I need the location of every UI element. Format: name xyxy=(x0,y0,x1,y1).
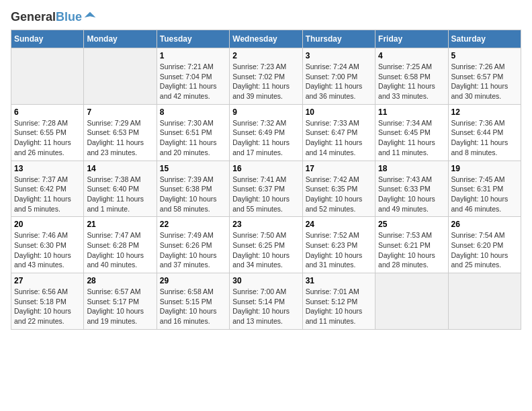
calendar-cell: 3Sunrise: 7:24 AM Sunset: 7:00 PM Daylig… xyxy=(302,48,375,105)
day-number: 22 xyxy=(160,220,226,229)
day-info: Sunrise: 7:34 AM Sunset: 6:45 PM Dayligh… xyxy=(378,118,445,158)
day-number: 15 xyxy=(160,164,226,173)
calendar-cell: 16Sunrise: 7:41 AM Sunset: 6:37 PM Dayli… xyxy=(230,161,302,217)
calendar-cell: 4Sunrise: 7:25 AM Sunset: 6:58 PM Daylig… xyxy=(375,48,448,105)
calendar-week-row: 20Sunrise: 7:46 AM Sunset: 6:30 PM Dayli… xyxy=(11,217,521,273)
day-number: 6 xyxy=(14,107,81,117)
calendar-cell: 26Sunrise: 7:54 AM Sunset: 6:20 PM Dayli… xyxy=(448,217,521,273)
day-info: Sunrise: 7:46 AM Sunset: 6:30 PM Dayligh… xyxy=(14,230,81,270)
logo: GeneralBlue xyxy=(11,11,97,24)
calendar-cell: 8Sunrise: 7:30 AM Sunset: 6:51 PM Daylig… xyxy=(157,104,229,161)
day-number: 7 xyxy=(87,107,153,117)
day-info: Sunrise: 7:43 AM Sunset: 6:33 PM Dayligh… xyxy=(378,175,445,214)
day-info: Sunrise: 7:30 AM Sunset: 6:51 PM Dayligh… xyxy=(160,118,226,158)
column-header-friday: Friday xyxy=(375,30,448,48)
calendar-week-row: 1Sunrise: 7:21 AM Sunset: 7:04 PM Daylig… xyxy=(11,48,521,105)
column-header-saturday: Saturday xyxy=(448,30,521,48)
day-info: Sunrise: 7:39 AM Sunset: 6:38 PM Dayligh… xyxy=(160,175,226,214)
day-number: 26 xyxy=(451,220,518,229)
calendar-cell: 5Sunrise: 7:26 AM Sunset: 6:57 PM Daylig… xyxy=(448,48,521,105)
day-info: Sunrise: 7:50 AM Sunset: 6:25 PM Dayligh… xyxy=(232,230,299,270)
calendar-cell: 31Sunrise: 7:01 AM Sunset: 5:12 PM Dayli… xyxy=(302,273,375,330)
day-number: 13 xyxy=(14,164,81,173)
day-info: Sunrise: 7:25 AM Sunset: 6:58 PM Dayligh… xyxy=(378,62,445,101)
calendar-cell: 29Sunrise: 6:58 AM Sunset: 5:15 PM Dayli… xyxy=(157,273,229,330)
day-number: 16 xyxy=(232,164,299,173)
calendar-cell: 18Sunrise: 7:43 AM Sunset: 6:33 PM Dayli… xyxy=(375,161,448,217)
day-number: 8 xyxy=(160,107,226,117)
day-info: Sunrise: 7:36 AM Sunset: 6:44 PM Dayligh… xyxy=(451,118,518,158)
calendar-cell: 25Sunrise: 7:53 AM Sunset: 6:21 PM Dayli… xyxy=(375,217,448,273)
calendar-cell: 23Sunrise: 7:50 AM Sunset: 6:25 PM Dayli… xyxy=(230,217,302,273)
day-info: Sunrise: 7:33 AM Sunset: 6:47 PM Dayligh… xyxy=(306,118,372,158)
day-info: Sunrise: 7:00 AM Sunset: 5:14 PM Dayligh… xyxy=(232,287,299,326)
calendar-cell: 14Sunrise: 7:38 AM Sunset: 6:40 PM Dayli… xyxy=(84,161,157,217)
day-info: Sunrise: 7:42 AM Sunset: 6:35 PM Dayligh… xyxy=(306,175,372,214)
calendar-cell: 9Sunrise: 7:32 AM Sunset: 6:49 PM Daylig… xyxy=(230,104,302,161)
calendar-week-row: 13Sunrise: 7:37 AM Sunset: 6:42 PM Dayli… xyxy=(11,161,521,217)
day-info: Sunrise: 6:57 AM Sunset: 5:17 PM Dayligh… xyxy=(87,287,153,326)
day-number: 1 xyxy=(160,51,226,60)
calendar-body: 1Sunrise: 7:21 AM Sunset: 7:04 PM Daylig… xyxy=(11,48,521,330)
day-number: 17 xyxy=(306,164,372,173)
day-info: Sunrise: 7:37 AM Sunset: 6:42 PM Dayligh… xyxy=(14,175,81,214)
svg-marker-0 xyxy=(85,12,96,17)
day-info: Sunrise: 7:49 AM Sunset: 6:26 PM Dayligh… xyxy=(160,230,226,270)
calendar-cell: 19Sunrise: 7:45 AM Sunset: 6:31 PM Dayli… xyxy=(448,161,521,217)
day-number: 10 xyxy=(306,107,372,117)
day-number: 23 xyxy=(232,220,299,229)
day-info: Sunrise: 6:58 AM Sunset: 5:15 PM Dayligh… xyxy=(160,287,226,326)
day-info: Sunrise: 7:32 AM Sunset: 6:49 PM Dayligh… xyxy=(232,118,299,158)
day-info: Sunrise: 7:41 AM Sunset: 6:37 PM Dayligh… xyxy=(232,175,299,214)
day-info: Sunrise: 7:54 AM Sunset: 6:20 PM Dayligh… xyxy=(451,230,518,270)
calendar-header-row: SundayMondayTuesdayWednesdayThursdayFrid… xyxy=(11,30,521,48)
calendar-cell: 21Sunrise: 7:47 AM Sunset: 6:28 PM Dayli… xyxy=(84,217,157,273)
calendar-cell xyxy=(375,273,448,330)
calendar-cell: 6Sunrise: 7:28 AM Sunset: 6:55 PM Daylig… xyxy=(11,104,84,161)
day-info: Sunrise: 7:26 AM Sunset: 6:57 PM Dayligh… xyxy=(451,62,518,101)
calendar-cell: 20Sunrise: 7:46 AM Sunset: 6:30 PM Dayli… xyxy=(11,217,84,273)
day-number: 18 xyxy=(378,164,445,173)
day-number: 28 xyxy=(87,276,153,285)
calendar-cell: 15Sunrise: 7:39 AM Sunset: 6:38 PM Dayli… xyxy=(157,161,229,217)
calendar-cell: 2Sunrise: 7:23 AM Sunset: 7:02 PM Daylig… xyxy=(230,48,302,105)
calendar-cell: 17Sunrise: 7:42 AM Sunset: 6:35 PM Dayli… xyxy=(302,161,375,217)
day-number: 29 xyxy=(160,276,226,285)
logo-icon xyxy=(83,11,97,24)
day-number: 4 xyxy=(378,51,445,60)
calendar-cell: 27Sunrise: 6:56 AM Sunset: 5:18 PM Dayli… xyxy=(11,273,84,330)
calendar-cell xyxy=(11,48,84,105)
calendar-cell: 24Sunrise: 7:52 AM Sunset: 6:23 PM Dayli… xyxy=(302,217,375,273)
calendar-cell: 10Sunrise: 7:33 AM Sunset: 6:47 PM Dayli… xyxy=(302,104,375,161)
calendar-cell: 22Sunrise: 7:49 AM Sunset: 6:26 PM Dayli… xyxy=(157,217,229,273)
day-info: Sunrise: 7:23 AM Sunset: 7:02 PM Dayligh… xyxy=(232,62,299,101)
day-number: 21 xyxy=(87,220,153,229)
calendar-cell: 11Sunrise: 7:34 AM Sunset: 6:45 PM Dayli… xyxy=(375,104,448,161)
calendar-cell xyxy=(84,48,157,105)
calendar-cell: 1Sunrise: 7:21 AM Sunset: 7:04 PM Daylig… xyxy=(157,48,229,105)
calendar-cell: 28Sunrise: 6:57 AM Sunset: 5:17 PM Dayli… xyxy=(84,273,157,330)
day-number: 9 xyxy=(232,107,299,117)
day-info: Sunrise: 7:28 AM Sunset: 6:55 PM Dayligh… xyxy=(14,118,81,158)
day-number: 30 xyxy=(232,276,299,285)
day-number: 12 xyxy=(451,107,518,117)
calendar-cell xyxy=(448,273,521,330)
calendar-week-row: 27Sunrise: 6:56 AM Sunset: 5:18 PM Dayli… xyxy=(11,273,521,330)
day-info: Sunrise: 7:29 AM Sunset: 6:53 PM Dayligh… xyxy=(87,118,153,158)
day-number: 19 xyxy=(451,164,518,173)
day-info: Sunrise: 6:56 AM Sunset: 5:18 PM Dayligh… xyxy=(14,287,81,326)
calendar-week-row: 6Sunrise: 7:28 AM Sunset: 6:55 PM Daylig… xyxy=(11,104,521,161)
day-number: 2 xyxy=(232,51,299,60)
calendar-cell: 12Sunrise: 7:36 AM Sunset: 6:44 PM Dayli… xyxy=(448,104,521,161)
column-header-wednesday: Wednesday xyxy=(230,30,302,48)
day-info: Sunrise: 7:45 AM Sunset: 6:31 PM Dayligh… xyxy=(451,175,518,214)
day-number: 31 xyxy=(306,276,372,285)
day-info: Sunrise: 7:38 AM Sunset: 6:40 PM Dayligh… xyxy=(87,175,153,214)
day-number: 5 xyxy=(451,51,518,60)
column-header-sunday: Sunday xyxy=(11,30,84,48)
column-header-thursday: Thursday xyxy=(302,30,375,48)
day-number: 11 xyxy=(378,107,445,117)
header: GeneralBlue xyxy=(11,11,521,24)
day-info: Sunrise: 7:01 AM Sunset: 5:12 PM Dayligh… xyxy=(306,287,372,326)
day-number: 3 xyxy=(306,51,372,60)
